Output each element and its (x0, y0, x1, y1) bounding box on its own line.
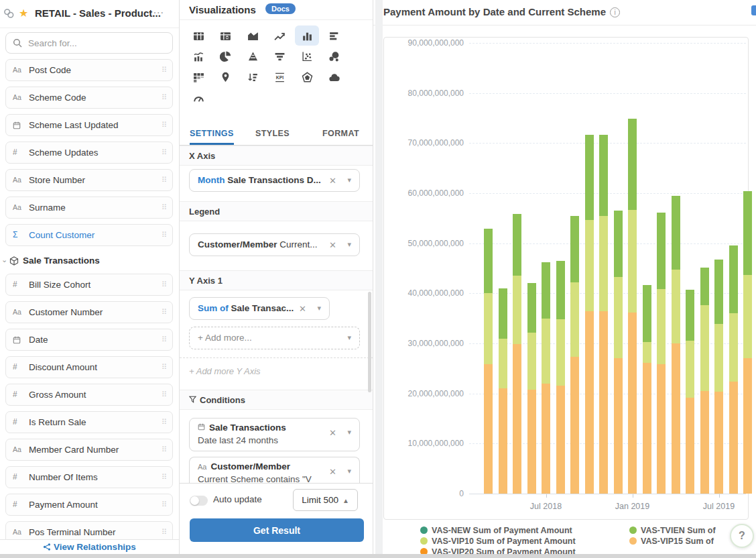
tab-format[interactable]: FORMAT (322, 129, 359, 143)
field-number-of-items[interactable]: #Number Of Items⠿ (5, 466, 173, 488)
scatter-plot-icon (302, 51, 313, 62)
drag-handle-icon[interactable]: ⠿ (162, 115, 167, 135)
viz-type-map[interactable] (214, 67, 238, 87)
field-gross-amount[interactable]: #Gross Amount⠿ (5, 384, 173, 406)
field-scheme-last-updated[interactable]: Scheme Last Updated⠿ (5, 114, 173, 136)
viz-type-radar[interactable] (295, 67, 319, 87)
y-axis-section-header: Y Axis 1 (180, 270, 373, 290)
limit-selector[interactable]: Limit 500▲ (293, 489, 358, 511)
add-more-field-button[interactable]: + Add more... ▾ (189, 327, 360, 349)
remove-condition-icon[interactable]: ✕ (329, 428, 336, 438)
drag-handle-icon[interactable]: ⠿ (162, 357, 167, 378)
field-is-return-sale[interactable]: #Is Return Sale⠿ (5, 411, 173, 433)
get-result-button[interactable]: Get Result (190, 518, 364, 542)
add-more-dropdown-icon[interactable]: ▾ (347, 333, 351, 342)
viz-type-pyramid[interactable] (241, 46, 265, 66)
drag-handle-icon[interactable]: ⠿ (162, 225, 167, 245)
drag-handle-icon[interactable]: ⠿ (162, 384, 167, 405)
viz-type-line-chart[interactable] (268, 25, 292, 46)
drag-handle-icon[interactable]: ⠿ (162, 467, 167, 488)
drag-handle-icon[interactable]: ⠿ (162, 87, 167, 108)
field-payment-amount[interactable]: #Payment Amount⠿ (5, 494, 173, 516)
horizontal-scrollbar[interactable] (0, 554, 756, 558)
field-scheme-updates[interactable]: #Scheme Updates⠿ (5, 142, 173, 164)
remove-legend-icon[interactable]: ✕ (329, 240, 336, 250)
viz-type-bar-chart[interactable] (322, 25, 346, 46)
number-type-icon: # (13, 384, 17, 405)
remove-x-axis-icon[interactable]: ✕ (329, 176, 336, 186)
viz-type-combo-chart[interactable] (186, 46, 210, 66)
viz-type-scatter-plot[interactable] (295, 46, 319, 66)
view-relationships-link[interactable]: View Relationships (43, 542, 136, 552)
field-scheme-code[interactable]: AaScheme Code⠿ (5, 87, 173, 109)
drag-handle-icon[interactable]: ⠿ (162, 439, 167, 460)
drag-handle-icon[interactable]: ⠿ (162, 329, 167, 350)
drag-handle-icon[interactable]: ⠿ (162, 274, 167, 295)
viz-type-table[interactable] (186, 25, 210, 46)
y-axis-dropdown-icon[interactable]: ▾ (317, 304, 321, 313)
viz-type-bubble-chart[interactable] (322, 46, 346, 66)
viz-type-cohort[interactable] (186, 67, 210, 87)
drag-handle-icon[interactable]: ⠿ (162, 412, 167, 433)
drag-handle-icon[interactable]: ⠿ (162, 142, 167, 163)
auto-update-toggle[interactable] (190, 496, 208, 506)
drag-handle-icon[interactable]: ⠿ (162, 302, 167, 323)
add-more-y-axis-button[interactable]: + Add more Y Axis (189, 366, 261, 376)
viz-type-gauge[interactable] (186, 88, 210, 108)
drag-handle-icon[interactable]: ⠿ (162, 197, 167, 218)
funnel-icon (189, 396, 196, 403)
viz-type-kpi[interactable]: KPI (268, 67, 292, 87)
info-icon[interactable]: i (610, 7, 620, 17)
drag-handle-icon[interactable]: ⠿ (162, 494, 167, 515)
field-member-card-number[interactable]: AaMember Card Number⠿ (5, 439, 173, 461)
favorite-star-icon[interactable]: ★ (19, 7, 28, 19)
field-store-number[interactable]: AaStore Number⠿ (5, 169, 173, 191)
sidebar-footer: View Relationships (0, 539, 179, 554)
viz-type-word-cloud[interactable] (322, 67, 346, 87)
y-axis-field-pill[interactable]: Sum of Sale Transac... ✕ ▾ (189, 297, 330, 320)
x-axis-field-pill[interactable]: Month Sale Transactions D... ✕ ▾ (189, 169, 360, 192)
help-button[interactable]: ? (730, 524, 754, 548)
legend-field-pill[interactable]: Customer/Member Current... ✕ ▾ (189, 233, 360, 256)
panel-scrollbar[interactable] (368, 292, 371, 392)
drag-handle-icon[interactable]: ⠿ (162, 170, 167, 190)
x-axis-dropdown-icon[interactable]: ▾ (347, 176, 351, 184)
field-date[interactable]: Date⠿ (5, 329, 173, 351)
condition-dropdown-icon[interactable]: ▾ (347, 467, 351, 476)
y-axis-aggregation[interactable]: Sum of (198, 303, 229, 313)
condition-dropdown-icon[interactable]: ▾ (347, 428, 351, 437)
condition-date-filter[interactable]: Sale Transactions Date last 24 months ✕ … (189, 418, 360, 451)
viz-type-area-chart[interactable] (241, 25, 265, 46)
tab-settings[interactable]: SETTINGS (190, 129, 234, 145)
remove-condition-icon[interactable]: ✕ (329, 467, 336, 477)
field-count-customer[interactable]: ΣCount Customer⠿ (5, 224, 173, 246)
field-group-sale-transactions[interactable]: ⌄Sale Transactions (1, 254, 176, 270)
field-discount-amount[interactable]: #Discount Amount⠿ (5, 356, 173, 378)
viz-type-pivot-table[interactable] (214, 25, 238, 46)
field-surname[interactable]: AaSurname⠿ (5, 197, 173, 219)
drag-handle-icon[interactable]: ⠿ (162, 60, 167, 80)
field-search-box[interactable]: Search for... (5, 32, 173, 54)
word-cloud-icon (328, 72, 340, 83)
viz-type-funnel[interactable] (268, 46, 292, 66)
docs-badge[interactable]: Docs (265, 3, 296, 14)
field-label: Scheme Last Updated (29, 115, 119, 135)
field-bill-size-cohort[interactable]: #Bill Size Cohort⠿ (5, 274, 173, 296)
model-icon (3, 7, 16, 21)
dataset-title: RETAIL - Sales - Product... (35, 7, 161, 19)
viz-type-sorted-bar[interactable] (241, 67, 265, 87)
remove-y-axis-icon[interactable]: ✕ (299, 304, 306, 314)
tab-styles[interactable]: STYLES (255, 129, 290, 143)
viz-type-pie-chart[interactable] (214, 46, 238, 66)
search-icon (13, 38, 22, 48)
condition-scheme-filter[interactable]: AaCustomer/Member Current Scheme contain… (189, 457, 360, 483)
viz-type-column-chart[interactable] (295, 25, 319, 46)
legend-dropdown-icon[interactable]: ▾ (347, 240, 351, 249)
field-post-code[interactable]: AaPost Code⠿ (5, 59, 173, 81)
column-chart-icon (302, 30, 313, 42)
combo-chart-icon (193, 51, 204, 62)
field-customer-number[interactable]: AaCustomer Number⠿ (5, 301, 173, 323)
dataset-more-button[interactable]: ... (153, 4, 164, 16)
x-axis-aggregation[interactable]: Month (198, 175, 225, 185)
clipped-action-button[interactable] (751, 5, 756, 15)
